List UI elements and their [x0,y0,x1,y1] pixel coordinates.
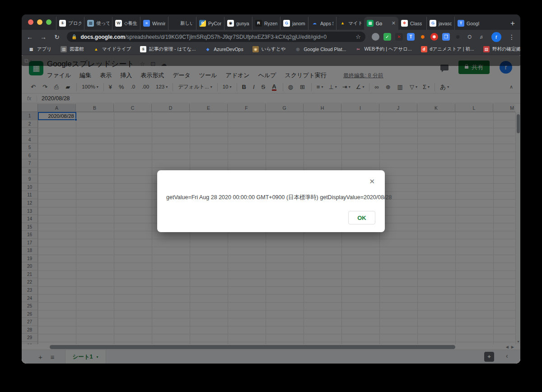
tab-favicon: ≡ [143,20,150,27]
traffic-light-button[interactable] [28,19,33,25]
tab-label: 使って [96,20,109,27]
tab-close-icon[interactable]: ✕ [392,20,396,26]
tab-favicon: G [283,20,290,27]
tab-label: マイド [348,20,361,27]
bookmark-label: マイドライブ [102,46,131,52]
alert-dialog: ✕ getValue=Fri Aug 28 2020 00:00:00 GMT+… [157,170,385,232]
tab-label: javasc [439,21,452,26]
tab-strip: ① ブログ ▦ 使って W ◇養生の ≡ Winnin 新 [22,14,520,30]
browser-tab[interactable]: ▲ マイド [336,17,364,30]
bookmark-label: AzureDevOps [214,47,243,52]
browser-tabs: ① ブログ ▦ 使って W ◇養生の ≡ Winnin 新 [56,17,506,30]
blocked-x-icon[interactable]: ✕ [395,33,403,41]
tab-label: Winnin [152,21,165,26]
browser-tab[interactable]: 新しいタブ [168,17,196,30]
browser-tab[interactable]: P PyCon [196,17,224,30]
browser-tab[interactable]: T Googl [454,17,482,30]
translate-icon[interactable]: T [407,33,415,41]
browser-window: ① ブログ ▦ 使って W ◇養生の ≡ Winnin 新 [22,14,520,364]
media-queue-icon[interactable]: ♫ [477,33,485,41]
dark-cube-icon[interactable]: ⬢ [454,33,462,41]
bookmark-item[interactable]: ◉ いらすとや [252,46,286,52]
tab-favicon [171,20,178,27]
bookmark-star-icon[interactable]: ☆ [355,33,361,40]
orange-figure-icon[interactable]: ⬢ [419,33,426,41]
bookmark-item[interactable]: ▲ マイドライブ [93,46,131,52]
url-path: /spreadsheets/d/19KG9CTjlmSRqDS7h-J9qr7S… [125,34,327,40]
bookmark-label: 記事の管理 - はてな... [149,46,196,52]
browser-tab[interactable]: ❖ Class [398,17,426,30]
browser-tab[interactable]: ≡ Winnin [140,17,168,30]
bookmark-label: 図書館 [70,46,84,52]
bookmark-favicon: ◎ [294,46,301,52]
tab-label: Go [376,21,382,26]
address-bar[interactable]: 🔒 docs.google.com/spreadsheets/d/19KG9CT… [67,32,365,42]
bookmarks-bar: ▦ アプリ ▥ 図書館 ▲ マイドライブ ① 記事の管理 - はてな... ◆ … [22,44,520,55]
bookmark-label: WEB予約 | ヘアサロ... [364,46,411,52]
tab-label: PyCon [208,21,221,26]
browser-tab[interactable]: ◉ gunyar [224,17,252,30]
browser-tab[interactable]: W ◇養生の [112,17,140,30]
bookmark-favicon: ◉ [252,46,259,52]
tab-windows-icon[interactable]: ❐ [442,33,450,41]
lock-icon: 🔒 [71,34,77,39]
bookmark-item[interactable]: ▤ 野村の確定拠出年金... [483,46,520,52]
bookmark-favicon: ✂ [355,46,361,52]
tab-label: gunyar [236,21,249,26]
tab-favicon: ① [59,20,66,27]
forward-icon[interactable]: → [40,33,47,41]
bookmark-label: いらすとや [262,46,286,52]
bookmark-item[interactable]: ▦ アプリ [28,46,51,52]
back-icon[interactable]: ← [26,33,33,41]
bookmark-favicon: ▤ [483,46,490,52]
browser-tab[interactable]: R Ryzen [252,17,280,30]
browser-tab[interactable]: G javasc [426,17,454,30]
tab-label: Ryzen [264,21,277,26]
tab-favicon: R [255,20,262,27]
checker-green-icon[interactable]: ✓ [383,33,391,41]
puzzle-extensions-icon[interactable]: ⬡ [466,33,473,41]
reload-icon[interactable]: ↻ [53,33,61,41]
bookmark-favicon: ▦ [28,46,34,52]
tab-favicon: ▲ [339,20,346,27]
ok-button[interactable]: OK [348,211,375,224]
tab-label: Class [410,21,422,26]
bookmark-favicon: ▥ [61,46,67,52]
new-tab-button[interactable]: + [506,19,520,30]
traffic-light-button[interactable] [46,19,51,25]
bookmark-item[interactable]: ▥ 図書館 [61,46,84,52]
tab-label: 新しいタブ [180,20,193,27]
bookmark-item[interactable]: d dアニメストア | 初... [421,46,474,52]
traffic-light-button[interactable] [37,19,42,25]
bookmark-item[interactable]: ① 記事の管理 - はてな... [140,46,196,52]
tab-favicon: W [115,20,122,27]
dialog-close-icon[interactable]: ✕ [369,177,375,186]
tab-label: Googl [467,21,479,26]
bookmark-label: dアニメストア | 初... [430,46,474,52]
bookmark-favicon: ▲ [93,46,99,52]
browser-tab[interactable]: ① ブログ [56,17,84,30]
browser-tab[interactable]: ☁ Apps S [308,17,336,30]
bookmark-label: Google Cloud Plat... [304,47,346,52]
url-host: docs.google.com [80,34,125,40]
tab-favicon: T [458,20,464,27]
browser-profile-avatar[interactable]: r [491,32,501,42]
tab-favicon: ❖ [401,20,408,27]
tab-favicon: ▦ [87,20,94,27]
bookmark-item[interactable]: ◆ AzureDevOps [205,46,243,52]
profile-peek-icon[interactable] [372,33,379,41]
bookmark-label: アプリ [37,46,51,52]
bookmark-item[interactable]: ◎ Google Cloud Plat... [294,46,346,52]
url-text[interactable]: docs.google.com/spreadsheets/d/19KG9CTjl… [80,34,352,40]
tab-label: janome [292,21,305,26]
macos-traffic-lights [26,14,56,30]
dialog-message: getValue=Fri Aug 28 2020 00:00:00 GMT+09… [166,194,378,201]
stop-hand-icon[interactable]: ✽ [430,33,438,41]
bookmark-item[interactable]: ✂ WEB予約 | ヘアサロ... [355,46,411,52]
browser-tab[interactable]: G janome [280,17,308,30]
bookmark-favicon: ◆ [205,46,211,52]
browser-tab[interactable]: ▦ Go ✕ [364,17,398,30]
browser-tab[interactable]: ▦ 使って [84,17,112,30]
browser-menu-icon[interactable]: ⋮ [508,33,516,41]
browser-toolbar: ← → ↻ 🔒 docs.google.com/spreadsheets/d/1… [22,30,520,44]
